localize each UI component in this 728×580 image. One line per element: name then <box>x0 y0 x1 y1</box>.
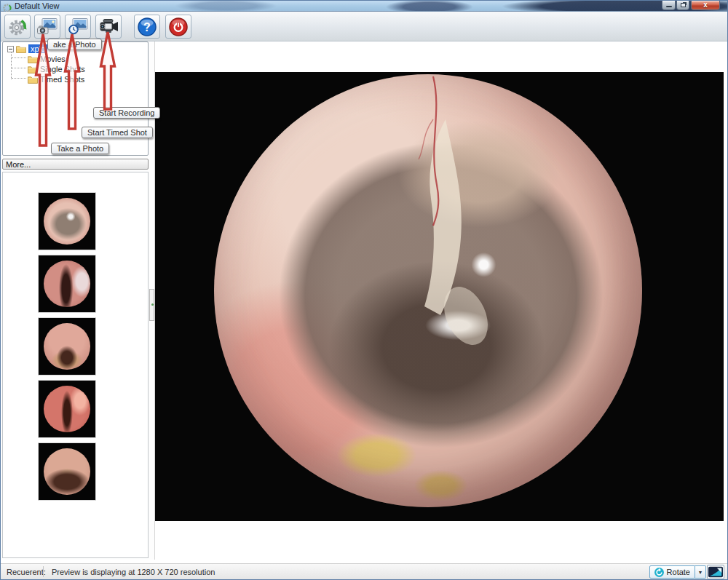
sidebar: xplo Movies Single Shots <box>1 41 154 560</box>
chevron-down-icon: ▼ <box>698 570 703 575</box>
nasal-passage-thumbnail <box>44 261 90 307</box>
close-button[interactable]: x <box>691 1 720 10</box>
take-photo-button[interactable] <box>34 15 60 39</box>
minimize-icon <box>666 6 672 7</box>
tree-connector <box>12 78 26 79</box>
tree-node-movies[interactable]: Movies <box>28 54 66 64</box>
help-question-icon: ? <box>137 17 157 37</box>
help-button[interactable]: ? <box>134 15 160 39</box>
display-toggle-button[interactable] <box>707 565 724 579</box>
app-icon <box>3 2 12 11</box>
thumbnail-throat[interactable] <box>39 443 95 500</box>
folder-icon <box>28 55 38 63</box>
rotate-label: Rotate <box>667 568 690 576</box>
label-take-a-photo: Take a Photo <box>51 143 109 154</box>
status-field-label: Recuerent: <box>7 568 46 576</box>
folder-icon <box>28 65 38 74</box>
tree-root-label[interactable]: xplo <box>28 44 47 53</box>
tree-item-label[interactable]: Movies <box>40 55 66 63</box>
restore-button[interactable] <box>676 1 689 10</box>
splitter-handle[interactable] <box>149 289 154 321</box>
tree-connector <box>12 68 26 68</box>
label-start-timed-shot: Start Timed Shot <box>82 127 153 138</box>
window-title: Default View <box>15 1 60 10</box>
tree-node-single-shots[interactable]: Single Shots <box>28 64 85 74</box>
thumbnail-vocal-cords[interactable] <box>39 318 95 375</box>
thumbnail-nasal-cavity[interactable] <box>39 381 95 437</box>
tree-node-root[interactable]: xplo <box>7 44 47 54</box>
tree-connector <box>12 57 26 58</box>
record-button[interactable] <box>95 15 122 39</box>
status-bar: Recuerent: Preview is displaying at 1280… <box>1 563 727 579</box>
rotate-button[interactable]: Rotate <box>649 565 695 579</box>
camera-photo-icon <box>36 17 58 37</box>
folder-icon <box>28 76 38 84</box>
minimize-button[interactable] <box>662 1 676 10</box>
title-bar: Default View x <box>1 1 727 12</box>
eardrum-thumbnail <box>44 198 90 245</box>
settings-button[interactable] <box>4 15 31 39</box>
otoscope-image <box>214 74 642 507</box>
folder-icon <box>16 45 26 53</box>
status-message: Preview is displaying at 1280 X 720 reso… <box>52 568 215 576</box>
tree-item-label[interactable]: Timed Shots <box>40 75 84 84</box>
application-window: Default View x <box>0 0 728 580</box>
restore-icon <box>681 3 686 7</box>
power-icon <box>168 17 189 37</box>
main-area <box>155 41 728 560</box>
close-icon: x <box>703 1 708 9</box>
svg-text:?: ? <box>143 21 151 33</box>
rotate-icon <box>654 568 664 577</box>
tooltip-take-a-photo: ake a Photo <box>47 39 102 50</box>
nasal-cavity-thumbnail <box>44 386 90 432</box>
collapse-icon[interactable] <box>7 46 14 52</box>
label-start-recording: Start Recording <box>93 107 160 119</box>
gear-refresh-icon <box>7 17 28 37</box>
thumbnail-nasal-passage[interactable] <box>39 255 95 312</box>
clock-photo-icon <box>67 17 89 37</box>
eardrum-detail-overlay <box>214 74 642 507</box>
status-separator <box>43 566 44 577</box>
tree-connector <box>11 51 12 79</box>
thumbnail-eardrum[interactable] <box>39 193 95 250</box>
toolbar: ? <box>1 12 727 41</box>
window-controls: x <box>662 1 720 11</box>
timed-shot-button[interactable] <box>65 15 91 39</box>
tree-node-timed-shots[interactable]: Timed Shots <box>28 74 84 84</box>
rotate-dropdown-button[interactable]: ▼ <box>695 565 706 579</box>
thumbnail-panel <box>2 172 149 558</box>
folder-tree: xplo Movies Single Shots <box>2 41 149 156</box>
throat-epiglottis-thumbnail <box>44 448 90 495</box>
tree-item-label[interactable]: Single Shots <box>40 65 85 74</box>
vocal-cords-thumbnail <box>44 323 90 370</box>
camcorder-icon <box>97 17 120 37</box>
display-icon <box>708 566 723 578</box>
exit-button[interactable] <box>165 15 191 39</box>
preview-area <box>155 72 724 521</box>
more-button[interactable]: More... <box>2 159 149 170</box>
